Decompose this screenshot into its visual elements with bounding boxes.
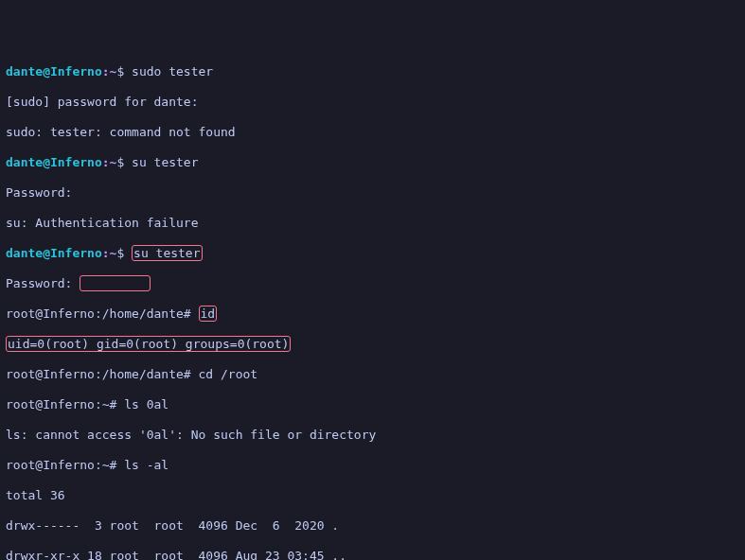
ls-output: drwx------ 3 root root 4096 Dec 6 2020 . — [6, 518, 739, 534]
at: @ — [43, 246, 50, 260]
root-prompt-line: root@Inferno:~# ls 0al — [6, 397, 739, 412]
output-line: uid=0(root) gid=0(root) groups=0(root) — [6, 337, 739, 352]
output-line: sudo: tester: command not found — [6, 125, 739, 140]
highlighted-command-su: su tester — [132, 245, 202, 261]
output-line: ls: cannot access '0al': No such file or… — [6, 428, 739, 443]
output-line: su: Authentication failure — [6, 216, 739, 231]
path: :~ — [102, 155, 117, 169]
ls-output: drwxr-xr-x 18 root root 4096 Aug 23 03:4… — [6, 549, 739, 560]
at: @ — [43, 155, 50, 169]
at: @ — [43, 64, 50, 79]
spacer — [124, 246, 132, 260]
command: ls -al — [124, 458, 169, 472]
root-prompt-line: root@Inferno:/home/dante# cd /root — [6, 367, 739, 382]
output-line: [sudo] password for dante: — [6, 95, 739, 110]
ls-output: total 36 — [6, 488, 739, 503]
path: :~ — [102, 246, 117, 260]
user: dante — [6, 246, 43, 260]
command: sudo tester — [124, 64, 213, 79]
host: Inferno — [50, 246, 102, 260]
prompt-line-3: dante@Inferno:~$ su tester — [6, 246, 739, 261]
host: Inferno — [50, 155, 102, 169]
highlighted-command-id: id — [199, 306, 218, 322]
user: dante — [6, 64, 43, 79]
user: dante — [6, 155, 43, 169]
path: :~ — [102, 64, 117, 79]
root-prompt-line: root@Inferno:~# ls -al — [6, 458, 739, 473]
output-line: Password: — [6, 185, 739, 201]
host: Inferno — [50, 64, 102, 79]
root-prompt: root@Inferno:/home/dante# — [6, 367, 199, 381]
prompt-line-1: dante@Inferno:~$ sudo tester — [6, 64, 739, 79]
root-prompt: root@Inferno:~# — [6, 458, 124, 472]
command: su tester — [124, 155, 198, 169]
prompt-line-2: dante@Inferno:~$ su tester — [6, 155, 739, 170]
root-prompt: root@Inferno:/home/dante# — [6, 306, 199, 321]
output-line: Password: — [6, 276, 739, 291]
highlighted-password-entry — [80, 275, 150, 291]
password-label: Password: — [6, 276, 80, 290]
command: ls 0al — [124, 397, 169, 411]
highlighted-id-output: uid=0(root) gid=0(root) groups=0(root) — [6, 336, 291, 352]
command: cd /root — [199, 367, 258, 381]
root-prompt: root@Inferno:~# — [6, 397, 124, 411]
root-prompt-line: root@Inferno:/home/dante# id — [6, 306, 739, 322]
